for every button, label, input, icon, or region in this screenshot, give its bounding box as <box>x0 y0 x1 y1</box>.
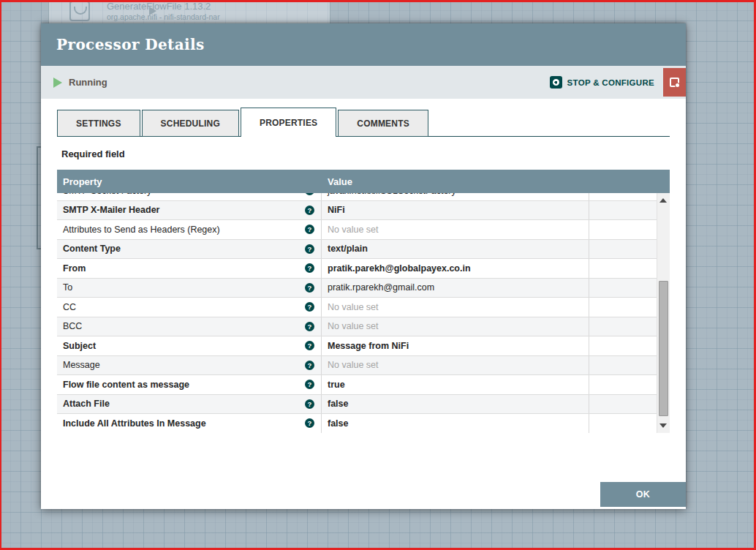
dialog-title: Processor Details <box>41 23 686 66</box>
tab-comments[interactable]: COMMENTS <box>338 110 428 137</box>
property-label: Include All Attributes In Message <box>63 418 206 429</box>
property-cell: Attach File <box>57 395 322 414</box>
properties-table: Property Value SMTP Socket Factory javax… <box>57 170 670 433</box>
value-cell: No value set <box>322 298 589 317</box>
tab-label: PROPERTIES <box>260 118 317 128</box>
help-icon[interactable] <box>305 302 314 312</box>
help-icon[interactable] <box>305 244 314 254</box>
running-icon <box>53 78 62 88</box>
tab-bar: SETTINGS SCHEDULING PROPERTIES COMMENTS <box>57 108 670 137</box>
help-icon[interactable] <box>305 206 314 215</box>
help-icon[interactable] <box>305 322 314 331</box>
stop-configure-label: STOP & CONFIGURE <box>567 78 654 87</box>
tab-label: COMMENTS <box>357 118 409 129</box>
ok-button[interactable]: OK <box>600 482 686 507</box>
property-label: To <box>63 282 72 293</box>
value-text: text/plain <box>328 244 368 254</box>
value-text: false <box>328 399 349 409</box>
value-cell: false <box>322 414 589 433</box>
tab-label: SETTINGS <box>76 118 121 129</box>
property-cell: Flow file content as message <box>57 375 322 394</box>
value-cell: NiFi <box>322 201 589 220</box>
property-label: Attach File <box>63 399 110 409</box>
tab-scheduling[interactable]: SCHEDULING <box>142 110 239 137</box>
table-row: SMTP X-Mailer Header NiFi <box>57 201 670 221</box>
property-cell: SMTP Socket Factory <box>57 193 322 200</box>
scrollbar-thumb[interactable] <box>659 281 668 416</box>
help-icon[interactable] <box>305 399 314 409</box>
tab-settings[interactable]: SETTINGS <box>57 110 140 137</box>
value-text: No value set <box>328 225 378 235</box>
help-icon[interactable] <box>305 380 314 389</box>
property-label: SMTP X-Mailer Header <box>63 205 159 215</box>
table-row: Subject Message from NiFi <box>57 336 670 356</box>
value-cell: Message from NiFi <box>322 336 589 355</box>
value-cell: pratik.parekh@globalpayex.co.in <box>322 259 589 278</box>
property-label: Message <box>63 360 100 370</box>
property-label: CC <box>63 302 76 312</box>
table-row: Attributes to Send as Headers (Regex) No… <box>57 220 670 240</box>
table-row: Message No value set <box>57 356 670 376</box>
table-scrollbar[interactable] <box>657 193 670 433</box>
table-row: SMTP Socket Factory javax.net.ssl.SSLSoc… <box>57 193 670 201</box>
status-label: Running <box>69 77 107 88</box>
processor-details-dialog: Processor Details Running STOP & CONFIGU… <box>41 23 686 509</box>
property-label: Content Type <box>63 244 121 254</box>
tab-properties[interactable]: PROPERTIES <box>241 108 336 137</box>
property-cell: Message <box>57 356 322 375</box>
value-text: pratik.rparekh@gmail.com <box>328 282 434 293</box>
table-body: SMTP Socket Factory javax.net.ssl.SSLSoc… <box>57 193 670 433</box>
value-column-header: Value <box>322 176 352 187</box>
property-label: From <box>63 263 86 274</box>
value-text: Message from NiFi <box>328 341 409 351</box>
background-processor-title: GenerateFlowFile 1.13.2 <box>107 1 326 12</box>
property-label: SMTP Socket Factory <box>63 193 151 196</box>
table-row: Flow file content as message true <box>57 375 670 395</box>
property-cell: Content Type <box>57 240 322 259</box>
processor-stamp-icon <box>69 1 90 21</box>
table-row: BCC No value set <box>57 317 670 337</box>
help-icon[interactable] <box>305 341 314 350</box>
background-processor-card: GenerateFlowFile 1.13.2 org.apache.nifi … <box>48 0 330 24</box>
help-icon[interactable] <box>305 418 314 428</box>
property-cell: Include All Attributes In Message <box>57 414 322 433</box>
note-icon <box>670 78 679 87</box>
property-cell: SMTP X-Mailer Header <box>57 201 322 220</box>
value-cell: No value set <box>322 317 589 336</box>
help-icon[interactable] <box>305 361 314 370</box>
scroll-up-arrow[interactable] <box>657 193 670 206</box>
value-cell: No value set <box>322 220 589 239</box>
property-label: Flow file content as message <box>63 380 189 390</box>
table-header: Property Value <box>57 170 670 193</box>
property-column-header: Property <box>57 176 322 187</box>
value-cell: true <box>322 375 589 394</box>
dialog-header: Processor Details <box>41 23 686 66</box>
property-label: Attributes to Send as Headers (Regex) <box>63 225 220 235</box>
value-text: javax.net.ssl.SSLSocketFactory <box>328 193 456 196</box>
table-row: Include All Attributes In Message false <box>57 414 670 433</box>
value-text: No value set <box>328 302 378 312</box>
value-text: No value set <box>328 321 378 331</box>
property-cell: From <box>57 259 322 278</box>
stop-configure-gear-icon <box>550 76 562 88</box>
table-row: Content Type text/plain <box>57 240 670 260</box>
property-label: Subject <box>63 341 96 351</box>
help-icon[interactable] <box>305 283 314 293</box>
table-row: To pratik.rparekh@gmail.com <box>57 279 670 298</box>
background-processor-subtitle: org.apache.nifi - nifi-standard-nar <box>107 12 326 22</box>
help-icon[interactable] <box>305 193 314 195</box>
scroll-down-arrow[interactable] <box>657 420 670 433</box>
help-icon[interactable] <box>305 263 314 273</box>
property-cell: Attributes to Send as Headers (Regex) <box>57 220 322 239</box>
table-row: From pratik.parekh@globalpayex.co.in <box>57 259 670 279</box>
property-cell: CC <box>57 298 322 317</box>
value-text: false <box>328 418 349 429</box>
value-cell: javax.net.ssl.SSLSocketFactory <box>322 193 589 200</box>
status-bar: Running STOP & CONFIGURE <box>41 66 686 99</box>
stop-configure-button[interactable]: STOP & CONFIGURE <box>550 76 654 88</box>
table-row: Attach File false <box>57 395 670 415</box>
value-text: No value set <box>328 360 378 370</box>
help-icon[interactable] <box>305 225 314 234</box>
property-cell: To <box>57 279 322 298</box>
note-button[interactable] <box>663 68 686 97</box>
